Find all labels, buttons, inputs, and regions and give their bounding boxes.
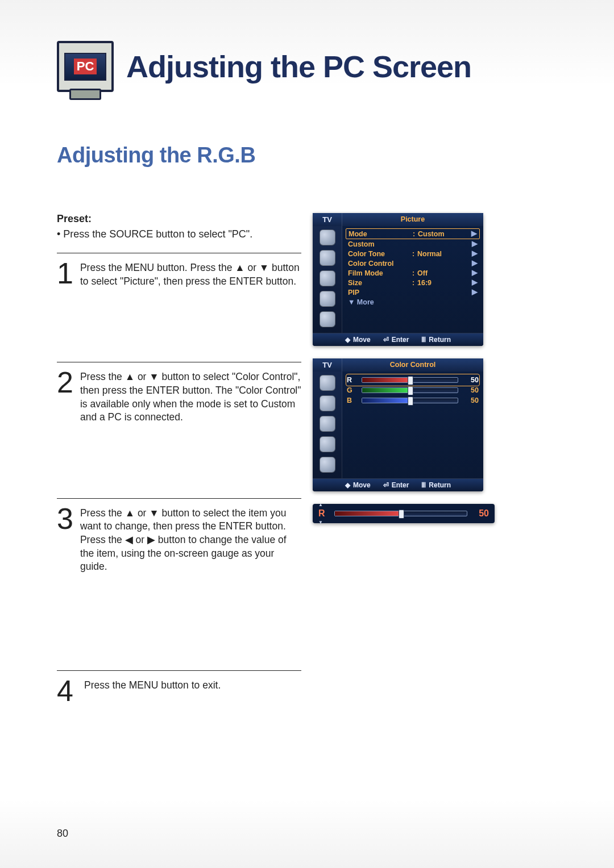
osd-row-mode[interactable]: Mode : Custom ▶ — [346, 228, 480, 239]
page-title: Adjusting the PC Screen — [126, 49, 471, 84]
osd-row-value: Normal — [417, 250, 468, 258]
on-screen-gauge: R 50 — [313, 504, 495, 523]
page-header: PC Adjusting the PC Screen — [57, 41, 580, 92]
osd-row-label: Color Tone — [348, 250, 409, 258]
osd-hint-return: ⅢReturn — [421, 336, 451, 344]
rgb-list: R 50 G 50 B 50 — [342, 372, 483, 478]
osd-row-film-mode[interactable]: Film Mode : Off ▶ — [346, 268, 480, 278]
osd-hint-move: ◆Move — [345, 481, 371, 489]
step-text: Press the ▲ or ▼ button to select the it… — [80, 506, 301, 574]
step-4: 4 Press the MENU button to exit. — [57, 670, 301, 704]
step-2: 2 Press the ▲ or ▼ button to select "Col… — [57, 362, 301, 424]
osd-setup-icon — [320, 291, 335, 307]
slider-thumb[interactable] — [408, 376, 413, 385]
osd-hint-enter: ⏎Enter — [383, 481, 409, 489]
instructions-column: Preset: • Press the SOURCE button to sel… — [57, 213, 301, 704]
osd-item-list: Mode : Custom ▶ Custom ▶ Color Tone — [342, 226, 483, 333]
osd-row-color-control[interactable]: Color Control ▶ — [346, 258, 480, 268]
osd-category-icons — [313, 226, 342, 333]
osd-picture-icon — [320, 375, 335, 391]
osd-color-control-menu: TV Color Control R — [313, 358, 483, 491]
preset-label: Preset: — [57, 213, 301, 225]
rgb-label: B — [347, 397, 357, 404]
rgb-value: 50 — [463, 386, 479, 394]
gauge-value: 50 — [473, 508, 489, 519]
osd-row-pip[interactable]: PIP ▶ — [346, 287, 480, 297]
updown-icon: ◆ — [345, 481, 350, 489]
gauge-label: R — [318, 508, 329, 519]
chevron-right-icon: ▶ — [470, 258, 478, 267]
return-icon: Ⅲ — [421, 481, 426, 489]
return-icon: Ⅲ — [421, 336, 426, 344]
osd-row-label: Film Mode — [348, 269, 409, 277]
step-text: Press the ▲ or ▼ button to select "Color… — [80, 369, 301, 424]
step-number: 2 — [57, 369, 73, 424]
manual-page: PC Adjusting the PC Screen Adjusting the… — [0, 0, 614, 868]
pc-monitor-icon: PC — [57, 41, 114, 92]
enter-icon: ⏎ — [383, 481, 389, 489]
osd-row-label: Mode — [349, 230, 410, 238]
preset-text: • Press the SOURCE button to select "PC"… — [57, 228, 301, 240]
section-title: Adjusting the R.G.B — [57, 143, 580, 168]
osd-tv-label: TV — [313, 213, 342, 226]
chevron-right-icon: ▶ — [470, 249, 478, 257]
slider-thumb[interactable] — [399, 510, 404, 519]
pc-monitor-screen: PC — [64, 53, 106, 81]
chevron-right-icon: ▶ — [470, 287, 478, 296]
osd-channel-icon — [320, 270, 335, 286]
osd-row-label: PIP — [348, 289, 409, 297]
osd-footer: ◆Move ⏎Enter ⅢReturn — [313, 478, 483, 491]
rgb-label: R — [347, 376, 357, 384]
osd-input-icon — [320, 311, 335, 327]
rgb-row-b[interactable]: B 50 — [347, 395, 479, 406]
osd-picture-menu: TV Picture Mode : C — [313, 213, 483, 346]
osd-row-value: 16:9 — [417, 279, 468, 287]
rgb-value: 50 — [463, 376, 479, 384]
chevron-right-icon: ▶ — [470, 239, 478, 248]
osd-column: TV Picture Mode : C — [313, 213, 489, 704]
step-number: 1 — [57, 260, 73, 288]
osd-sound-icon — [320, 395, 335, 411]
osd-tv-label: TV — [313, 358, 342, 372]
osd-hint-return: ⅢReturn — [421, 481, 451, 489]
osd-row-value: Off — [417, 269, 468, 277]
step-number: 3 — [57, 506, 73, 574]
osd-row-size[interactable]: Size : 16:9 ▶ — [346, 278, 480, 287]
osd-row-label: Size — [348, 279, 409, 287]
osd-setup-icon — [320, 436, 335, 452]
slider-thumb[interactable] — [408, 386, 413, 395]
updown-icon: ◆ — [345, 336, 350, 344]
step-text: Press the MENU button to exit. — [84, 678, 221, 704]
chevron-right-icon: ▶ — [469, 229, 477, 237]
pc-monitor-base — [69, 89, 101, 100]
rgb-slider-b[interactable] — [362, 398, 458, 403]
step-3: 3 Press the ▲ or ▼ button to select the … — [57, 498, 301, 574]
chevron-right-icon: ▶ — [470, 278, 478, 286]
osd-row-custom[interactable]: Custom ▶ — [346, 239, 480, 249]
osd-hint-move: ◆Move — [345, 336, 371, 344]
slider-thumb[interactable] — [408, 397, 413, 406]
separator: : — [411, 230, 417, 238]
rgb-value: 50 — [463, 397, 479, 404]
osd-input-icon — [320, 457, 335, 473]
osd-row-value: Custom — [418, 230, 468, 238]
osd-picture-icon — [320, 229, 335, 245]
osd-row-color-tone[interactable]: Color Tone : Normal ▶ — [346, 249, 480, 258]
osd-sound-icon — [320, 250, 335, 266]
rgb-row-g[interactable]: G 50 — [347, 385, 479, 395]
osd-row-label: Custom — [348, 240, 409, 248]
gauge-slider[interactable] — [334, 511, 467, 516]
step-1: 1 Press the MENU button. Press the ▲ or … — [57, 253, 301, 288]
page-number: 80 — [57, 828, 68, 840]
rgb-slider-r[interactable] — [362, 377, 458, 383]
osd-title: Picture — [342, 213, 483, 226]
rgb-slider-g[interactable] — [362, 387, 458, 393]
osd-hint-enter: ⏎Enter — [383, 336, 409, 344]
step-number: 4 — [57, 678, 77, 704]
osd-row-label: Color Control — [348, 260, 409, 268]
osd-channel-icon — [320, 416, 335, 432]
rgb-row-r[interactable]: R 50 — [347, 375, 479, 385]
rgb-label: G — [347, 386, 357, 394]
osd-more[interactable]: ▼ More — [346, 297, 480, 308]
osd-category-icons — [313, 372, 342, 478]
